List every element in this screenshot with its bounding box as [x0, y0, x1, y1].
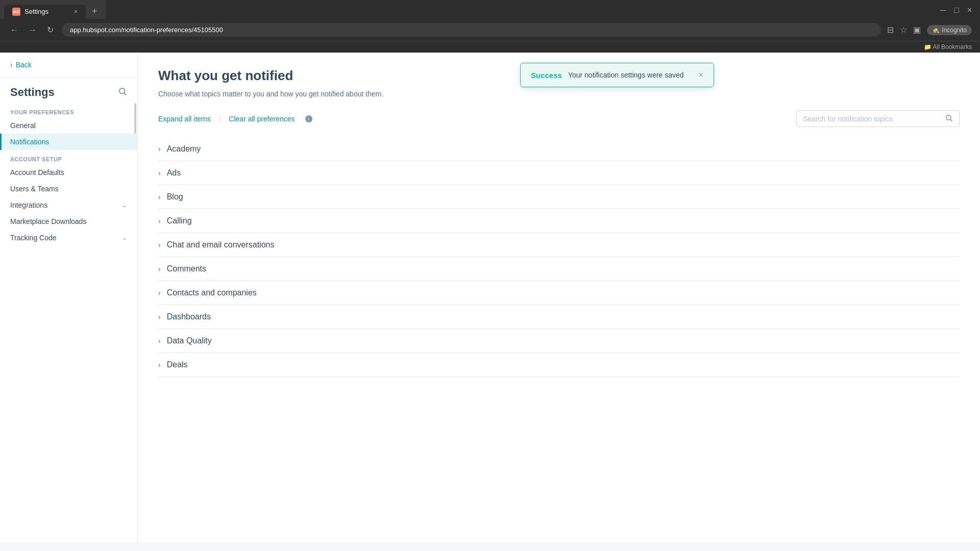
topic-item-comments[interactable]: › Comments — [158, 257, 960, 281]
app-container: ‹ Back Settings Your Preferences General… — [0, 53, 980, 542]
sidebar-search-button[interactable] — [118, 87, 127, 98]
window-controls: ─ □ × — [932, 2, 980, 19]
topic-item-calling[interactable]: › Calling — [158, 209, 960, 233]
topic-chevron-icon: › — [158, 217, 161, 225]
minimize-icon[interactable]: ─ — [940, 6, 946, 15]
incognito-badge: 🕵 Incognito — [927, 25, 972, 35]
tab-bar-row: HS Settings × + ─ □ × — [0, 0, 980, 19]
sidebar-item-users-teams[interactable]: Users & Teams — [0, 181, 137, 197]
back-arrow-icon: ‹ — [10, 61, 13, 69]
topic-chevron-icon: › — [158, 265, 161, 273]
topic-item-academy[interactable]: › Academy — [158, 137, 960, 161]
topic-name: Chat and email conversations — [167, 240, 275, 249]
sidebar-item-general-label: General — [10, 121, 36, 130]
address-bar: ← → ↻ ⊟ ☆ ▣ 🕵 Incognito — [0, 19, 980, 41]
sidebar-item-marketplace-downloads[interactable]: Marketplace Downloads — [0, 213, 137, 230]
integrations-chevron-icon: ⌄ — [122, 202, 127, 209]
topic-name: Calling — [167, 216, 192, 226]
topic-item-blog[interactable]: › Blog — [158, 185, 960, 209]
sidebar-title-row: Settings — [0, 78, 137, 103]
tab-close-button[interactable]: × — [74, 8, 78, 15]
back-label: Back — [16, 61, 32, 69]
topic-name: Ads — [167, 168, 181, 178]
sidebar-item-tracking-code[interactable]: Tracking Code ⌄ — [0, 230, 137, 246]
svg-line-1 — [124, 93, 126, 95]
topic-name: Deals — [167, 360, 188, 369]
tracking-chevron-icon: ⌄ — [122, 234, 127, 241]
sidebar-item-users-teams-label: Users & Teams — [10, 185, 59, 193]
search-button[interactable] — [945, 114, 953, 123]
new-tab-button[interactable]: + — [88, 4, 102, 19]
sidebar-item-notifications[interactable]: Notifications — [0, 134, 137, 150]
toast-message: Your notification settings were saved — [568, 71, 684, 79]
search-input[interactable] — [803, 115, 941, 123]
forward-nav-button[interactable]: → — [27, 23, 39, 37]
topic-name: Data Quality — [167, 336, 212, 345]
topic-chevron-icon: › — [158, 169, 161, 177]
sidebar-item-account-defaults[interactable]: Account Defaults — [0, 164, 137, 181]
page-subtitle: Choose what topics matter to you and how… — [158, 90, 960, 98]
incognito-label: Incognito — [942, 27, 967, 34]
scrollbar[interactable] — [133, 103, 137, 542]
browser-chrome: HS Settings × + ─ □ × ← → ↻ ⊟ ☆ ▣ 🕵 Inco… — [0, 0, 980, 53]
address-input[interactable] — [62, 23, 881, 37]
toast-close-button[interactable]: × — [699, 70, 703, 80]
topic-chevron-icon: › — [158, 337, 161, 345]
bookmarks-label: 📁 All Bookmarks — [924, 43, 972, 51]
topic-name: Dashboards — [167, 312, 211, 321]
toolbar: Expand all items | Clear all preferences… — [158, 110, 960, 127]
topic-chevron-icon: › — [158, 241, 161, 249]
toast-success-label: Success — [531, 71, 562, 80]
bookmarks-folder-icon: 📁 — [924, 43, 932, 51]
clear-all-info-icon[interactable]: i — [305, 115, 312, 122]
tab-title: Settings — [24, 8, 48, 15]
svg-point-0 — [119, 88, 125, 94]
svg-point-2 — [946, 115, 951, 120]
sidebar-item-notifications-label: Notifications — [10, 138, 49, 146]
cast-icon: ⊟ — [887, 25, 894, 35]
topic-item-ads[interactable]: › Ads — [158, 161, 960, 185]
maximize-icon[interactable]: □ — [954, 6, 959, 15]
sidebar-item-integrations-label: Integrations — [10, 201, 47, 209]
refresh-button[interactable]: ↻ — [45, 23, 56, 37]
topic-item-deals[interactable]: › Deals — [158, 353, 960, 377]
main-content: Success Your notification settings were … — [138, 53, 980, 542]
active-tab[interactable]: HS Settings × — [4, 5, 86, 19]
back-nav-button[interactable]: ← — [8, 23, 20, 37]
topic-item-data-quality[interactable]: › Data Quality — [158, 329, 960, 353]
topic-name: Blog — [167, 192, 183, 202]
clear-all-button[interactable]: Clear all preferences — [229, 115, 295, 123]
toolbar-divider: | — [219, 115, 221, 123]
topic-chevron-icon: › — [158, 193, 161, 201]
topic-chevron-icon: › — [158, 361, 161, 369]
topic-chevron-icon: › — [158, 145, 161, 153]
tab-bar: HS Settings × + — [0, 0, 106, 19]
topic-item-dashboards[interactable]: › Dashboards — [158, 305, 960, 329]
topic-item-chat-email[interactable]: › Chat and email conversations — [158, 233, 960, 257]
sidebar-section-your-preferences: Your Preferences — [0, 103, 137, 117]
sidebar-item-general[interactable]: General — [0, 117, 137, 134]
tab-favicon: HS — [12, 8, 20, 16]
sidebar-item-account-defaults-label: Account Defaults — [10, 168, 64, 177]
svg-line-3 — [950, 119, 952, 121]
sidebar-item-marketplace-label: Marketplace Downloads — [10, 217, 86, 226]
topic-chevron-icon: › — [158, 313, 161, 321]
sidebar-item-integrations[interactable]: Integrations ⌄ — [0, 197, 137, 213]
expand-all-button[interactable]: Expand all items — [158, 115, 211, 123]
back-button[interactable]: ‹ Back — [0, 53, 137, 78]
search-box — [796, 110, 960, 127]
sidebar: ‹ Back Settings Your Preferences General… — [0, 53, 138, 542]
sidebar-item-tracking-label: Tracking Code — [10, 234, 57, 242]
success-toast: Success Your notification settings were … — [520, 63, 714, 87]
topic-name: Academy — [167, 144, 201, 154]
sidebar-title: Settings — [10, 86, 55, 99]
address-actions: ⊟ ☆ ▣ 🕵 Incognito — [887, 25, 972, 35]
topic-name: Contacts and companies — [167, 288, 257, 297]
close-window-icon[interactable]: × — [967, 6, 972, 15]
topic-item-contacts-companies[interactable]: › Contacts and companies — [158, 281, 960, 305]
incognito-icon: 🕵 — [932, 27, 940, 34]
topic-chevron-icon: › — [158, 289, 161, 297]
sidebar-toggle-icon[interactable]: ▣ — [913, 25, 921, 35]
bookmark-icon[interactable]: ☆ — [900, 25, 907, 35]
content-area: What you get notified Choose what topics… — [138, 53, 980, 392]
